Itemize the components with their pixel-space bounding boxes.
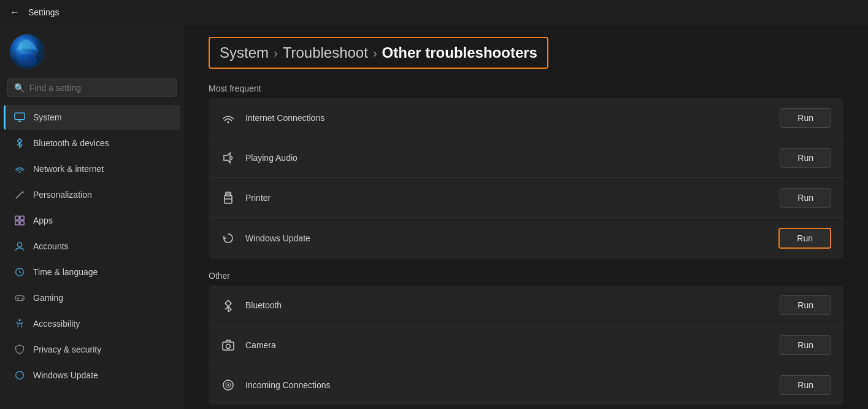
breadcrumb-sep2: › — [373, 46, 377, 60]
run-button-internet[interactable]: Run — [780, 108, 831, 128]
troubleshooter-item-incoming: Incoming Connections Run — [209, 365, 843, 405]
playing-audio-icon — [221, 150, 236, 165]
gaming-icon — [13, 292, 26, 304]
run-button-incoming[interactable]: Run — [780, 375, 831, 395]
troubleshooter-item-printer: Printer Run — [209, 178, 843, 218]
sidebar-label-accessibility: Accessibility — [33, 319, 80, 329]
troubleshooter-item-windows-update: Windows Update Run — [209, 218, 843, 259]
item-label-incoming: Incoming Connections — [245, 380, 770, 390]
troubleshooter-item-bluetooth: Bluetooth Run — [209, 286, 843, 325]
sidebar-item-bluetooth[interactable]: Bluetooth & devices — [4, 131, 180, 155]
internet-connections-icon — [221, 111, 236, 125]
sidebar-label-gaming: Gaming — [33, 293, 63, 303]
run-button-bluetooth[interactable]: Run — [780, 295, 831, 315]
run-button-printer[interactable]: Run — [780, 188, 831, 208]
sidebar-label-privacy: Privacy & security — [33, 345, 101, 354]
troubleshooter-item-audio: Playing Audio Run — [209, 138, 843, 178]
sidebar-item-personalization[interactable]: Personalization — [4, 182, 180, 207]
apps-icon — [13, 214, 26, 227]
app-title: Settings — [28, 7, 60, 17]
svg-rect-10 — [20, 216, 24, 220]
sidebar: 🔍 System Bluetooth & devices Network & i… — [0, 25, 184, 409]
svg-rect-12 — [20, 221, 24, 225]
item-label-windows-update: Windows Update — [245, 233, 769, 243]
sidebar-label-personalization: Personalization — [33, 190, 92, 200]
search-box[interactable]: 🔍 — [7, 79, 177, 97]
time-icon — [13, 266, 26, 278]
sidebar-label-network: Network & internet — [33, 164, 104, 174]
svg-point-20 — [21, 297, 22, 298]
breadcrumb-part2: Troubleshoot — [283, 44, 368, 61]
camera-icon — [221, 338, 236, 353]
other-list: Bluetooth Run Camera Run Incoming Connec… — [209, 286, 843, 405]
windows-update-icon — [13, 369, 26, 381]
item-label-internet: Internet Connections — [245, 113, 770, 123]
svg-point-22 — [18, 319, 21, 322]
incoming-connections-icon — [221, 378, 236, 392]
sidebar-item-accounts[interactable]: Accounts — [4, 234, 180, 259]
section-other-label: Other — [209, 271, 843, 281]
svg-marker-8 — [22, 191, 24, 193]
item-label-bluetooth: Bluetooth — [245, 300, 770, 310]
titlebar: ← Settings — [0, 0, 868, 25]
back-button[interactable]: ← — [7, 5, 22, 20]
svg-point-24 — [228, 122, 229, 123]
svg-point-21 — [22, 298, 23, 300]
run-button-audio[interactable]: Run — [780, 148, 831, 168]
sidebar-item-privacy[interactable]: Privacy & security — [4, 337, 180, 362]
sidebar-label-time: Time & language — [33, 267, 98, 277]
search-input[interactable] — [29, 83, 170, 93]
section-most-frequent-label: Most frequent — [209, 84, 843, 93]
sidebar-label-accounts: Accounts — [33, 241, 69, 251]
item-label-printer: Printer — [245, 193, 770, 203]
svg-point-30 — [226, 345, 231, 349]
sidebar-item-accessibility[interactable]: Accessibility — [4, 311, 180, 336]
svg-point-6 — [19, 171, 21, 173]
svg-marker-26 — [224, 153, 230, 163]
item-label-audio: Playing Audio — [245, 153, 770, 163]
breadcrumb: System › Troubleshoot › Other troublesho… — [209, 37, 548, 69]
sidebar-label-apps: Apps — [33, 216, 53, 225]
network-icon — [13, 163, 26, 175]
main-layout: 🔍 System Bluetooth & devices Network & i… — [0, 25, 868, 409]
accessibility-icon — [13, 317, 26, 330]
printer-icon — [221, 190, 236, 205]
sidebar-label-system: System — [33, 112, 62, 122]
svg-line-7 — [16, 192, 22, 198]
svg-rect-3 — [15, 113, 25, 120]
svg-point-13 — [17, 243, 21, 247]
privacy-icon — [13, 343, 26, 356]
sidebar-item-windows-update[interactable]: Windows Update — [4, 363, 180, 388]
run-button-windows-update[interactable]: Run — [778, 228, 831, 249]
troubleshooter-item-camera: Camera Run — [209, 325, 843, 365]
personalization-icon — [13, 189, 26, 201]
breadcrumb-sep1: › — [274, 46, 278, 60]
search-icon: 🔍 — [14, 83, 25, 93]
sidebar-item-gaming[interactable]: Gaming — [4, 286, 180, 310]
svg-rect-17 — [15, 295, 24, 300]
sidebar-item-time[interactable]: Time & language — [4, 260, 180, 284]
bluetooth-troubleshoot-icon — [221, 298, 236, 313]
breadcrumb-current: Other troubleshooters — [382, 44, 537, 61]
sidebar-label-bluetooth: Bluetooth & devices — [33, 138, 109, 148]
sidebar-label-windows-update: Windows Update — [33, 370, 98, 380]
most-frequent-list: Internet Connections Run Playing Audio R… — [209, 98, 843, 259]
avatar — [10, 34, 44, 69]
svg-rect-27 — [225, 199, 232, 203]
windows-update-troubleshoot-icon — [221, 231, 236, 246]
item-label-camera: Camera — [245, 340, 770, 350]
svg-rect-9 — [15, 216, 19, 220]
sidebar-item-system[interactable]: System — [4, 105, 180, 130]
run-button-camera[interactable]: Run — [780, 335, 831, 355]
accounts-icon — [13, 240, 26, 252]
svg-rect-11 — [15, 221, 19, 225]
sidebar-item-apps[interactable]: Apps — [4, 208, 180, 233]
svg-line-16 — [20, 272, 21, 273]
sidebar-item-network[interactable]: Network & internet — [4, 157, 180, 181]
system-icon — [13, 111, 26, 123]
bluetooth-icon — [13, 137, 26, 149]
breadcrumb-part1: System — [220, 44, 269, 61]
svg-point-2 — [17, 54, 37, 66]
troubleshooter-item-internet: Internet Connections Run — [209, 98, 843, 138]
svg-point-33 — [228, 384, 229, 386]
